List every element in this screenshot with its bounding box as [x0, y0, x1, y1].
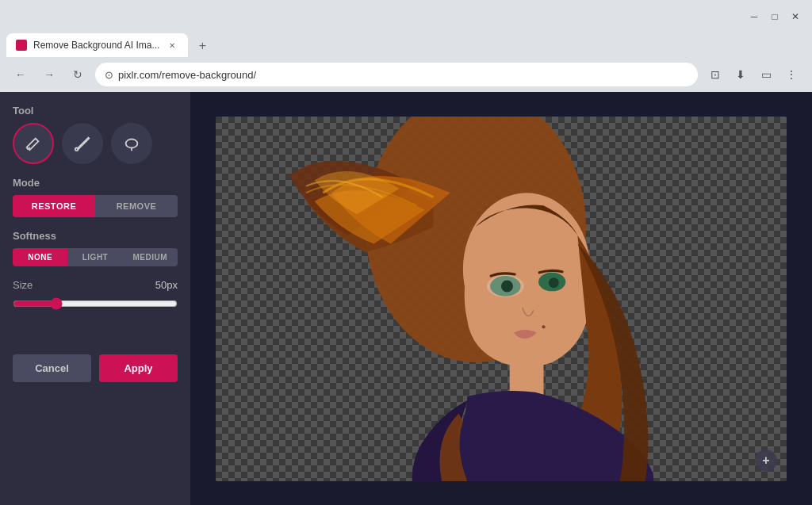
canvas-area: +: [190, 92, 812, 505]
translate-button[interactable]: ⊡: [704, 63, 726, 86]
download-button[interactable]: ⬇: [730, 63, 752, 86]
softness-section-label: Softness: [13, 230, 178, 242]
cancel-button[interactable]: Cancel: [13, 354, 91, 382]
brush-tool-button[interactable]: [13, 123, 54, 164]
tab-bar: Remove Background AI Ima... ✕ +: [0, 29, 812, 57]
browser-chrome: ─ □ ✕ Remove Background AI Ima... ✕ + ← …: [0, 0, 812, 92]
maximize-button[interactable]: □: [768, 10, 782, 24]
size-header: Size 50px: [13, 279, 178, 291]
app-container: Tool: [0, 92, 812, 505]
svg-point-0: [75, 148, 79, 151]
restore-mode-button[interactable]: RESTORE: [13, 195, 95, 217]
title-bar: ─ □ ✕: [0, 0, 812, 29]
remove-mode-button[interactable]: REMOVE: [95, 195, 178, 217]
mode-row: RESTORE REMOVE: [13, 195, 178, 217]
tool-section: Tool: [13, 105, 178, 164]
image-canvas: +: [216, 117, 787, 481]
refresh-button[interactable]: ↻: [67, 63, 89, 86]
svg-point-11: [542, 325, 545, 328]
eyedropper-tool-button[interactable]: [62, 123, 103, 164]
svg-point-1: [126, 140, 138, 148]
lasso-tool-button[interactable]: [111, 123, 152, 164]
size-slider[interactable]: [13, 297, 178, 310]
tab-title: Remove Background AI Ima...: [33, 40, 159, 51]
minimize-button[interactable]: ─: [747, 10, 761, 24]
softness-light-button[interactable]: LIGHT: [67, 248, 122, 266]
forward-button[interactable]: →: [38, 63, 60, 86]
mode-section: Mode RESTORE REMOVE: [13, 177, 178, 217]
close-button[interactable]: ✕: [788, 10, 802, 24]
address-bar: ← → ↻ ⊙ pixlr.com/remove-background/ ⊡ ⬇…: [0, 57, 812, 92]
new-tab-button[interactable]: +: [191, 35, 213, 57]
tab-favicon: [16, 40, 27, 51]
size-value: 50px: [155, 279, 178, 291]
size-label: Size: [13, 279, 33, 291]
apply-button[interactable]: Apply: [99, 354, 178, 382]
svg-point-8: [501, 280, 513, 292]
softness-section: Softness NONE LIGHT MEDIUM: [13, 230, 178, 266]
url-bar[interactable]: ⊙ pixlr.com/remove-background/: [95, 63, 698, 86]
softness-row: NONE LIGHT MEDIUM: [13, 248, 178, 266]
menu-button[interactable]: ⋮: [780, 63, 802, 86]
svg-point-9: [549, 277, 559, 288]
active-tab[interactable]: Remove Background AI Ima... ✕: [6, 33, 188, 57]
tool-section-label: Tool: [13, 105, 178, 117]
tab-close-button[interactable]: ✕: [166, 39, 178, 52]
window-controls: ─ □ ✕: [747, 10, 802, 24]
softness-none-button[interactable]: NONE: [13, 248, 67, 266]
mode-section-label: Mode: [13, 177, 178, 189]
zoom-plus-button[interactable]: +: [755, 450, 777, 472]
action-buttons: Cancel Apply: [13, 354, 178, 382]
browser-actions: ⊡ ⬇ ▭ ⋮: [704, 63, 802, 86]
size-section: Size 50px: [13, 279, 178, 310]
subject-image: [216, 117, 787, 481]
softness-medium-button[interactable]: MEDIUM: [123, 248, 178, 266]
cast-button[interactable]: ▭: [755, 63, 777, 86]
url-text: pixlr.com/remove-background/: [118, 69, 688, 81]
tools-row: [13, 123, 178, 164]
back-button[interactable]: ←: [10, 63, 32, 86]
sidebar: Tool: [0, 92, 190, 505]
